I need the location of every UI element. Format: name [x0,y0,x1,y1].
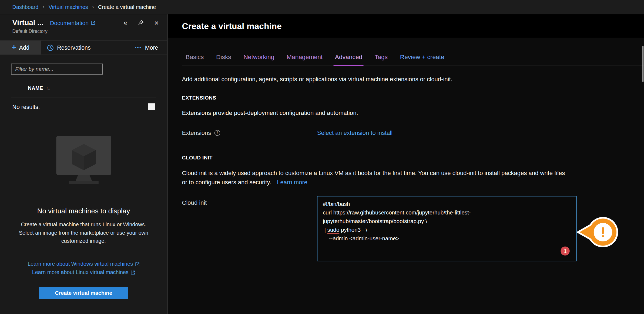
name-column-header[interactable]: NAME [28,85,43,91]
directory-subtitle: Default Directory [12,29,159,33]
cloud-init-description: Cloud init is a widely used approach to … [182,169,566,187]
tab-networking[interactable]: Networking [243,53,274,60]
cloud-init-description-text: Cloud init is a widely used approach to … [182,170,565,185]
more-label: More [145,44,158,51]
pin-icon[interactable] [138,20,144,26]
table-row: No results. [11,98,156,115]
clock-icon [47,44,54,51]
tab-tags[interactable]: Tags [375,53,388,60]
create-virtual-machine-button[interactable]: Create virtual machine [39,287,128,299]
main-body: Basics Disks Networking Management Advan… [168,53,644,261]
code-line: --admin <admin-user-name> [323,234,571,243]
annotation-badge: 1 [561,247,569,255]
linux-vm-learn-more-label: Learn more about Linux virtual machines [32,268,129,276]
exclamation-icon: ! [601,224,605,240]
empty-state-title: No virtual machines to display [11,207,157,215]
blade-title: Virtual ... [12,18,43,27]
documentation-link[interactable]: Documentation [50,19,95,26]
external-link-icon [91,21,95,25]
breadcrumb-virtual-machines[interactable]: Virtual machines [49,4,88,10]
code-line: | sudo python3 - \ [323,226,571,234]
documentation-link-label: Documentation [50,19,89,26]
tab-disks[interactable]: Disks [216,53,231,60]
vm-monitor-icon [53,136,114,186]
reservations-button[interactable]: Reservations [47,41,90,55]
create-vm-pane: Create a virtual machine Basics Disks Ne… [168,14,644,314]
close-blade-icon[interactable]: ✕ [154,19,159,26]
cloud-init-label: Cloud init [182,196,317,206]
azure-portal-window: Dashboard › Virtual machines › Create a … [0,0,644,314]
tab-basics[interactable]: Basics [186,53,204,60]
extensions-row: Extensions i Select an extension to inst… [182,129,644,136]
code-segment: | [323,227,327,233]
extensions-heading: EXTENSIONS [182,95,644,101]
extensions-description: Extensions provide post-deployment confi… [182,110,644,116]
add-button[interactable]: + Add [0,41,41,55]
extensions-label-text: Extensions [182,129,211,136]
blade-header: Virtual ... Documentation « [0,14,167,33]
info-icon[interactable]: i [214,130,220,136]
no-results-label: No results. [12,104,40,110]
breadcrumb-dashboard[interactable]: Dashboard [12,4,39,10]
tab-bar: Basics Disks Networking Management Advan… [182,53,644,66]
page-title: Create a virtual machine [182,21,282,31]
main-header: Create a virtual machine [168,14,644,38]
code-line: jupyterhub/master/bootstrap/bootstrap.py… [323,217,571,226]
misspelled-word: sudo [327,227,340,233]
tab-advanced[interactable]: Advanced [335,53,362,60]
empty-state-description: Create a virtual machine that runs Linux… [13,221,154,245]
cloud-init-heading: CLOUD INIT [182,155,644,161]
windows-vm-learn-more-link[interactable]: Learn more about Windows virtual machine… [28,260,139,268]
cloud-init-textarea[interactable]: #!/bin/bash curl https://raw.githubuserc… [317,196,577,261]
annotation-pointer-icon: ! [577,215,620,250]
breadcrumb-current: Create a virtual machine [98,4,156,10]
code-line: curl https://raw.githubusercontent.com/j… [323,208,571,217]
add-button-label: Add [19,44,29,51]
row-checkbox[interactable] [148,103,155,110]
extensions-label: Extensions i [182,129,317,136]
breadcrumb-separator-icon: › [92,4,94,10]
code-segment: python3 - \ [339,227,367,233]
ellipsis-icon: ••• [135,45,142,50]
learn-more-link[interactable]: Learn more [277,179,307,185]
external-link-icon [135,262,140,267]
external-link-icon [130,270,135,275]
cloud-init-row: Cloud init #!/bin/bash curl https://raw.… [182,196,644,261]
windows-vm-learn-more-label: Learn more about Windows virtual machine… [28,260,133,268]
vm-table: NAME ↑↓ No results. [11,85,156,116]
sort-icon[interactable]: ↑↓ [46,86,50,91]
scrollbar-thumb[interactable] [642,46,644,82]
breadcrumb-separator-icon: › [43,4,45,10]
linux-vm-learn-more-link[interactable]: Learn more about Linux virtual machines [32,268,135,276]
plus-icon: + [12,43,16,51]
empty-state: No virtual machines to display Create a … [0,136,167,299]
more-button[interactable]: ••• More [135,41,158,55]
virtual-machines-blade: Virtual ... Documentation « [0,14,167,314]
code-line: #!/bin/bash [323,200,571,208]
select-extension-link[interactable]: Select an extension to install [317,129,393,136]
collapse-blade-icon[interactable]: « [123,19,127,27]
tab-management[interactable]: Management [287,53,323,60]
blade-toolbar: + Add Reservations ••• More [0,40,167,55]
reservations-label: Reservations [57,44,90,51]
table-header: NAME ↑↓ [11,85,156,98]
advanced-intro-text: Add additional configuration, agents, sc… [182,76,644,82]
filter-input[interactable] [11,64,103,75]
tab-review-create[interactable]: Review + create [400,53,444,60]
cloud-init-editor-wrap: #!/bin/bash curl https://raw.githubuserc… [317,196,577,261]
breadcrumb: Dashboard › Virtual machines › Create a … [0,0,644,14]
